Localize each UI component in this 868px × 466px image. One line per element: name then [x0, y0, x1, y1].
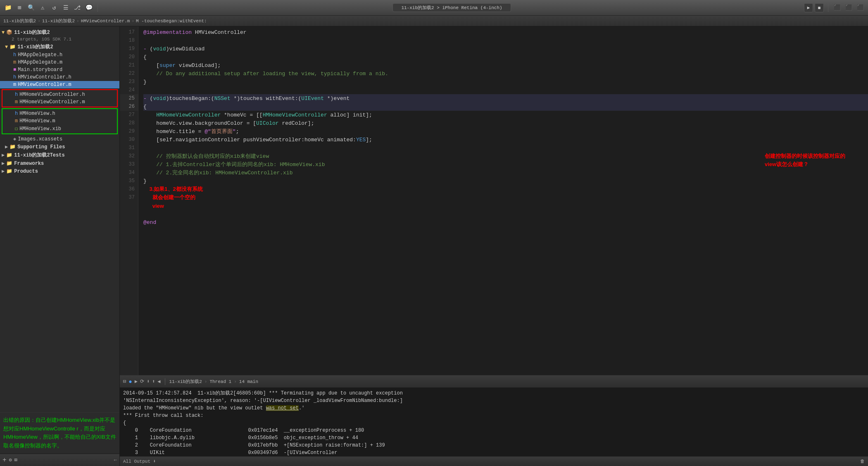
products-label: Products	[14, 169, 38, 174]
line-num-25: 25	[120, 94, 138, 102]
group-frameworks[interactable]: ▶ 📁 Frameworks	[0, 159, 119, 167]
file-hmhomeview-h[interactable]: h HMHomeView.h	[3, 110, 116, 117]
console-line-4: *** First throw call stack:	[123, 412, 865, 419]
code-line-17: @implementation HMViewController	[143, 28, 868, 36]
group-main-label: 11-xib的加载2	[17, 43, 53, 50]
debug-console: ⊟ ● ▶ ⟳ ⬇ ⬆ ◀ 11-xib的加载2 › Thread 1 › 14…	[120, 375, 868, 466]
code-line-40: @end	[143, 218, 868, 226]
sidebar-bottom-toolbar: + ⚙ ⊞ ←	[0, 454, 119, 466]
line-num-34: 34	[120, 169, 138, 177]
code-line-39	[143, 210, 868, 218]
toolbar-grid-icon[interactable]: ⊞	[15, 3, 24, 12]
console-breadcrumb-1[interactable]: 11-xib的加载2	[169, 378, 202, 385]
group-supporting-files[interactable]: ▶ 📁 Supporting Files	[0, 143, 119, 151]
line-num-19: 19	[120, 45, 138, 53]
file-hmhomeviewcontroller-m[interactable]: m HMHomeViewController.m	[3, 98, 116, 106]
breadcrumb-item-2[interactable]: 11-xib的加载2	[42, 18, 75, 24]
scheme-selector[interactable]: 11-xib的加载2 > iPhone Retina (4-inch)	[392, 3, 511, 12]
console-footer: All Output ⬇ 🗑	[120, 456, 868, 466]
console-line-8: 2 CoreFoundation 0x017ebfbb +[NSExceptio…	[123, 442, 865, 449]
code-line-20: {	[143, 53, 868, 61]
file-images-xcassets[interactable]: ◈ Images.xcassets	[0, 135, 119, 143]
console-split-icon[interactable]: ⊟	[123, 378, 126, 385]
line-num-35: 35	[120, 177, 138, 185]
group-main[interactable]: ▼ 📁 11-xib的加载2	[0, 43, 119, 51]
toolbar-folder-icon[interactable]: 📁	[3, 3, 12, 12]
console-sep	[165, 378, 165, 385]
toolbar-warning-icon[interactable]: ⚠	[38, 3, 47, 12]
code-line-38: view	[143, 202, 868, 210]
toolbar-view-right-icon[interactable]: ⬛	[856, 3, 865, 12]
file-hmviewcontroller-h[interactable]: h HMViewController.h	[0, 74, 119, 81]
code-content[interactable]: @implementation HMViewController - (void…	[138, 26, 868, 375]
console-line-1: 2014-09-15 17:42:57.824 11-xib的加载2[46805…	[123, 390, 865, 397]
file-hmappdelegate-m[interactable]: m HMAppDelegate.m	[0, 59, 119, 66]
group-tests[interactable]: ▶ 📁 11-xib的加载2Tests	[0, 151, 119, 159]
toolbar-run-icon[interactable]: ▶	[804, 3, 813, 12]
project-name: 11-xib的加载2	[14, 29, 50, 36]
line-num-26: 26	[120, 102, 138, 111]
code-editor[interactable]: 17 18 19 20 21 22 23 24 25 26 27 28 29 3…	[120, 26, 868, 375]
toolbar-search-icon[interactable]: 🔍	[26, 3, 36, 12]
console-down-icon[interactable]: ⬇	[147, 378, 150, 385]
console-breadcrumb-3[interactable]: 14 main	[239, 379, 258, 384]
line-num-31: 31	[120, 144, 138, 152]
file-hmhomeview-xib[interactable]: ◻ HMHomeView.xib	[3, 125, 116, 133]
red-border-group: h HMHomeViewController.h m HMHomeViewCon…	[2, 89, 118, 107]
console-play-icon[interactable]: ●	[128, 378, 132, 385]
console-line-6: 0 CoreFoundation 0x017ec1e4 __exceptionP…	[123, 427, 865, 434]
line-num-24: 24	[120, 86, 138, 94]
toolbar-back-icon[interactable]: ↺	[50, 3, 59, 12]
breadcrumb-item-3[interactable]: HMViewController.m	[81, 19, 130, 24]
toolbar-view-center-icon[interactable]: ⬛	[844, 3, 853, 12]
code-line-18	[143, 36, 868, 45]
console-clear-icon[interactable]: 🗑	[860, 459, 865, 464]
file-hmviewcontroller-m[interactable]: m HMViewController.m	[0, 81, 119, 88]
group-products[interactable]: ▶ 📁 Products	[0, 167, 119, 175]
console-left-icon[interactable]: ◀	[157, 378, 160, 385]
code-line-30: [self.navigationController pushViewContr…	[143, 136, 868, 144]
console-step-icon[interactable]: ▶	[135, 378, 138, 385]
code-line-34: // 2.完全同名的xib: HMHomeViewController.xib	[143, 169, 868, 177]
toolbar-stop-icon[interactable]: ◼	[815, 3, 824, 12]
code-line-27: HMHomeViewController *homeVc = [[HMHomeV…	[143, 111, 868, 119]
line-num-20: 20	[120, 53, 138, 61]
line-numbers: 17 18 19 20 21 22 23 24 25 26 27 28 29 3…	[120, 26, 138, 375]
settings-icon[interactable]: ⚙	[9, 457, 12, 463]
file-hmhomeviewcontroller-h[interactable]: h HMHomeViewController.h	[3, 91, 116, 98]
sidebar-close-icon[interactable]: ←	[114, 457, 117, 463]
breadcrumb-bar: 11-xib的加载2 › 11-xib的加载2 › HMViewControll…	[0, 16, 868, 26]
project-root[interactable]: ▼ 📦 11-xib的加载2	[0, 28, 119, 37]
console-refresh-icon[interactable]: ⟳	[140, 378, 144, 385]
line-num-22: 22	[120, 69, 138, 78]
sidebar-sort-icon[interactable]: ⊞	[14, 457, 17, 463]
line-num-18: 18	[120, 36, 138, 45]
line-num-21: 21	[120, 61, 138, 69]
console-up-icon[interactable]: ⬆	[152, 378, 155, 385]
line-num-27: 27	[120, 111, 138, 119]
code-line-28: homeVc.view.backgroundColor = [UIColor r…	[143, 119, 868, 127]
console-output-label: All Output ⬇	[123, 459, 156, 464]
console-line-3: loaded the "HMHomeView" nib but the view…	[123, 404, 865, 412]
breadcrumb-item-1[interactable]: 11-xib的加载2	[3, 18, 36, 24]
supporting-files-label: Supporting Files	[17, 144, 65, 150]
console-breadcrumb-2[interactable]: Thread 1	[209, 379, 231, 384]
file-hmappdelegate-h[interactable]: h HMAppDelegate.h	[0, 51, 119, 59]
file-hmhomeview-m[interactable]: m HMHomeView.m	[3, 117, 116, 125]
code-line-24	[143, 86, 868, 94]
green-annotation-text: 出错的原因：自己创建HMHomeView.xib并不是想对应HMHomeView…	[0, 412, 119, 454]
file-main-storyboard[interactable]: ■ Main.storyboard	[0, 66, 119, 74]
line-num-33: 33	[120, 160, 138, 169]
toolbar-branch-icon[interactable]: ⎇	[73, 3, 82, 12]
toolbar-view-left-icon[interactable]: ⬛	[832, 3, 842, 12]
toolbar-chat-icon[interactable]: 💬	[84, 3, 93, 12]
toolbar-list-icon[interactable]: ☰	[61, 3, 70, 12]
breadcrumb-item-4[interactable]: M -touchesBegan:withEvent:	[136, 19, 207, 24]
frameworks-label: Frameworks	[14, 161, 44, 166]
console-output[interactable]: 2014-09-15 17:42:57.824 11-xib的加载2[46805…	[120, 388, 868, 456]
toolbar-sep-2	[828, 4, 828, 12]
line-num-30: 30	[120, 136, 138, 144]
code-line-23: }	[143, 78, 868, 86]
right-red-annotation: 创建控制器的时候该控制器对应的view该怎么创建？	[765, 152, 856, 168]
add-file-button[interactable]: +	[2, 456, 7, 464]
